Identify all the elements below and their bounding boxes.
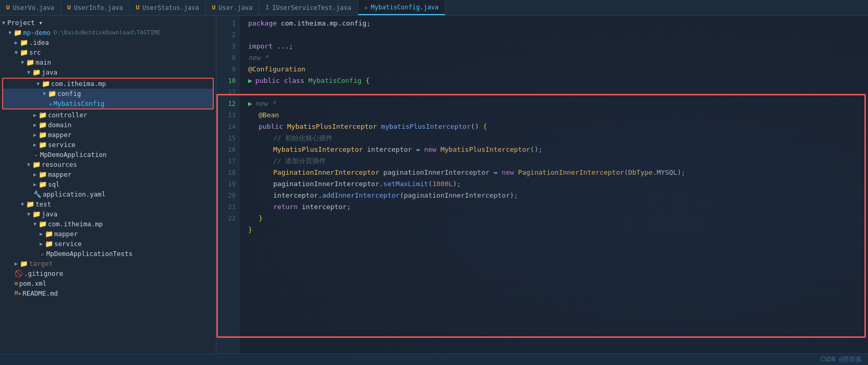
tree-target[interactable]: ▶ 📁 target xyxy=(0,259,216,269)
interceptor-var: interceptor xyxy=(367,144,416,155)
tree-mpdemo-app[interactable]: ☕ MpDemoApplication xyxy=(0,150,216,160)
tree-main[interactable]: ▼ 📁 main xyxy=(0,57,216,67)
test-arrow: ▼ xyxy=(21,201,24,207)
code-line-18: paginationInnerInterceptor . setMaxLimit… xyxy=(248,178,868,190)
line-num-15: 15 xyxy=(216,132,236,144)
tree-test-mapper[interactable]: ▶ 📁 mapper xyxy=(0,229,216,239)
tree-java[interactable]: ▼ 📁 java xyxy=(0,67,216,77)
com-arrow: ▼ xyxy=(36,81,40,87)
new-parens: () xyxy=(530,144,539,155)
package-name: com.itheima.mp.config xyxy=(281,18,366,29)
add-paren-close: ) xyxy=(510,190,514,201)
method-brace: { xyxy=(483,121,487,132)
readme-label: README.md xyxy=(22,289,58,297)
class-kw: class xyxy=(284,75,309,87)
tree-mapper[interactable]: ▶ 📁 mapper xyxy=(0,130,216,140)
src-arrow: ▼ xyxy=(15,50,18,55)
tab-iuserservicetest[interactable]: I IUserServiceTest.java xyxy=(259,0,358,15)
import-ellipsis: ... xyxy=(277,41,289,52)
line-num-21: 21 xyxy=(216,201,236,213)
tree-gitignore[interactable]: 🚫 .gitignore xyxy=(0,269,216,278)
line-num-10: 10 xyxy=(216,75,236,87)
watermark: CSDN @墨苦孤 xyxy=(821,355,862,364)
code-editor[interactable]: 1 2 3 8 9 10 11 12 13 14 15 16 17 18 19 … xyxy=(216,16,868,354)
java-icon: U xyxy=(212,4,216,11)
pagination-new-type: PaginationInnerInterceptor xyxy=(518,167,625,178)
code-line-20: return interceptor ; xyxy=(248,201,868,213)
bean-annotation: @Bean xyxy=(259,110,279,121)
tree-mybatisconfig[interactable]: ☕ MybatisConfig xyxy=(3,99,213,108)
project-header[interactable]: ▼ Project ▾ xyxy=(0,18,216,28)
app-label: MpDemoApplication xyxy=(40,151,107,159)
tree-controller[interactable]: ▶ 📁 controller xyxy=(0,110,216,120)
tree-pom[interactable]: m pom.xml xyxy=(0,278,216,288)
yaml-label: application.yaml xyxy=(43,190,105,198)
test-java-label: java xyxy=(42,210,57,218)
tab-mybatisconfig[interactable]: ☕ MybatisConfig.java xyxy=(358,0,446,15)
import-keyword: import xyxy=(248,41,277,52)
line18-semi: ; xyxy=(457,178,461,190)
highlight-group: ▼ 📁 com.itheima.mp ▼ 📁 config ☕ MybatisC… xyxy=(2,78,214,110)
tree-resources[interactable]: ▼ 📁 resources xyxy=(0,160,216,169)
pagination-var2: paginationInnerInterceptor xyxy=(273,178,380,190)
test-service-folder-icon: 📁 xyxy=(45,240,53,248)
config-folder-icon: 📁 xyxy=(48,90,56,98)
tree-com-itheima[interactable]: ▼ 📁 com.itheima.mp xyxy=(3,79,213,89)
com-folder-icon: 📁 xyxy=(42,80,50,88)
add-paren-open: ( xyxy=(400,190,404,201)
tree-domain[interactable]: ▶ 📁 domain xyxy=(0,120,216,130)
method-public: public xyxy=(259,121,287,132)
config-label: config xyxy=(57,90,81,98)
res-mapper-label: mapper xyxy=(48,171,71,178)
gutter-run-icon-2[interactable]: ▶ xyxy=(248,98,252,110)
dot2: . xyxy=(380,178,384,190)
tree-application-yaml[interactable]: 🔧 application.yaml xyxy=(0,189,216,199)
controller-arrow: ▶ xyxy=(33,112,36,118)
max-limit-val: 1000L xyxy=(432,178,453,190)
pagination-type: PaginationInnerInterceptor xyxy=(273,167,383,178)
tree-res-mapper[interactable]: ▶ 📁 mapper xyxy=(0,169,216,179)
comment-pagination: // 添加分页插件 xyxy=(273,155,326,167)
root-name: mp-demo xyxy=(23,29,51,36)
readme-icon: M+ xyxy=(15,290,21,297)
tree-service-main[interactable]: ▶ 📁 service xyxy=(0,140,216,150)
src-label: src xyxy=(29,48,41,56)
close-class-brace: } xyxy=(248,224,252,236)
tab-userstatus[interactable]: U UserStatus.java xyxy=(130,0,206,15)
tab-uservo[interactable]: U UserVo.java xyxy=(0,0,61,15)
add-inner-interceptor: addInnerInterceptor xyxy=(322,190,400,201)
tree-config[interactable]: ▼ 📁 config xyxy=(3,89,213,99)
tree-test-com[interactable]: ▼ 📁 com.itheima.mp xyxy=(0,219,216,229)
tab-userinfo[interactable]: U UserInfo.java xyxy=(61,0,130,15)
tree-src[interactable]: ▼ 📁 src xyxy=(0,47,216,57)
line-num-12: 12 xyxy=(216,98,236,110)
res-mapper-arrow: ▶ xyxy=(33,172,36,177)
test-com-folder-icon: 📁 xyxy=(39,220,47,228)
mysql-const: MYSQL xyxy=(657,167,677,178)
tree-sql[interactable]: ▶ 📁 sql xyxy=(0,179,216,189)
tree-test-java[interactable]: ▼ 📁 java xyxy=(0,209,216,219)
tree-test[interactable]: ▼ 📁 test xyxy=(0,199,216,209)
pom-label: pom.xml xyxy=(19,279,47,287)
tests-label: MpDemoApplicationTests xyxy=(46,250,133,258)
tree-mpdemo-tests[interactable]: ☕ MpDemoApplicationTests xyxy=(0,249,216,259)
tree-root[interactable]: ▼ 📁 mp-demo D:\BaiduNetdiskDownload\TAGT… xyxy=(0,28,216,38)
code-line-19: interceptor . addInnerInterceptor ( pagi… xyxy=(248,190,868,201)
gutter-run-icon[interactable]: ▶ xyxy=(248,75,252,87)
tree-readme[interactable]: M+ README.md xyxy=(0,288,216,298)
tree-idea[interactable]: ▶ 📁 .idea xyxy=(0,38,216,47)
tree-test-service[interactable]: ▶ 📁 service xyxy=(0,239,216,249)
mybatis-java-icon: ☕ xyxy=(49,100,53,107)
interceptor-new-type: MybatisPlusInterceptor xyxy=(441,144,530,155)
pagination-var: paginationInnerInterceptor xyxy=(383,167,493,178)
test-service-arrow: ▶ xyxy=(40,241,43,247)
tab-user[interactable]: U User.java xyxy=(206,0,260,15)
assign-op2: = xyxy=(494,167,502,178)
code-line-9: @Configuration xyxy=(248,64,868,75)
idea-folder-icon: 📁 xyxy=(20,39,28,46)
line-numbers: 1 2 3 8 9 10 11 12 13 14 15 16 17 18 19 … xyxy=(216,16,240,354)
return-type: MybatisPlusInterceptor xyxy=(287,121,381,132)
controller-folder-icon: 📁 xyxy=(39,111,47,119)
semicolon: ; xyxy=(366,18,371,29)
app-java-icon: ☕ xyxy=(33,151,39,158)
